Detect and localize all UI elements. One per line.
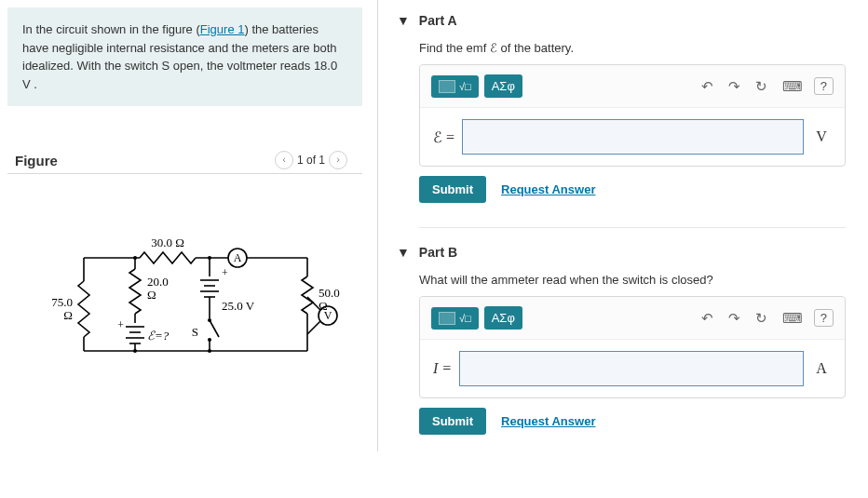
r2-top: 20.0 <box>147 275 169 289</box>
part-b-toolbar: √□ ΑΣφ ↶ ↷ ↻ ⌨ ? <box>420 297 845 340</box>
v-source-label: 25.0 V <box>222 299 255 313</box>
part-b-submit-button[interactable]: Submit <box>419 408 486 435</box>
svg-point-15 <box>208 349 211 353</box>
part-a-title: Part A <box>419 13 457 28</box>
part-a-request-answer[interactable]: Request Answer <box>501 182 595 196</box>
r1-label: 30.0 Ω <box>151 236 184 249</box>
part-a-input[interactable] <box>462 119 804 155</box>
part-a-lhs: ℰ = <box>433 128 454 146</box>
template-button[interactable]: √□ <box>431 75 479 98</box>
r2-bot: Ω <box>147 288 156 302</box>
r3-top: 75.0 <box>51 295 73 309</box>
part-b-question: What will the ammeter read when the swit… <box>397 267 868 296</box>
figure-pager: ‹ 1 of 1 › <box>275 151 347 169</box>
svg-point-12 <box>133 256 137 260</box>
svg-point-14 <box>133 349 137 353</box>
undo-icon[interactable]: ↶ <box>698 76 717 97</box>
redo-icon-b[interactable]: ↷ <box>725 308 744 329</box>
part-a-submit-button[interactable]: Submit <box>419 176 486 203</box>
help-icon-b[interactable]: ? <box>814 309 834 327</box>
part-a-question: Find the emf ℰ of the battery. <box>397 35 868 64</box>
reset-icon[interactable]: ↻ <box>752 76 771 97</box>
figure-counter: 1 of 1 <box>297 154 325 167</box>
greek-button[interactable]: ΑΣφ <box>484 74 522 98</box>
source-plus: + <box>222 266 228 279</box>
part-b-toggle[interactable]: ▼ <box>397 245 410 260</box>
part-a-toolbar: √□ ΑΣφ ↶ ↷ ↻ ⌨ ? <box>420 65 845 108</box>
help-icon[interactable]: ? <box>814 77 834 95</box>
switch-label: S <box>192 325 198 339</box>
keyboard-icon-b[interactable]: ⌨ <box>779 308 807 329</box>
part-a-answer-box: √□ ΑΣφ ↶ ↷ ↻ ⌨ ? ℰ = V <box>419 64 846 167</box>
greek-button-b[interactable]: ΑΣφ <box>484 306 522 330</box>
emf-label: ℰ=? <box>147 329 170 343</box>
keyboard-icon[interactable]: ⌨ <box>779 76 807 97</box>
part-b-lhs: I = <box>433 360 452 377</box>
part-a-toggle[interactable]: ▼ <box>397 13 410 28</box>
prev-figure-button[interactable]: ‹ <box>275 151 293 169</box>
part-b-answer-box: √□ ΑΣφ ↶ ↷ ↻ ⌨ ? I = A <box>419 296 846 398</box>
redo-icon[interactable]: ↷ <box>725 76 744 97</box>
next-figure-button[interactable]: › <box>329 151 347 169</box>
problem-statement: In the circuit shown in the figure (Figu… <box>7 7 362 106</box>
divider <box>419 227 846 228</box>
figure-title: Figure <box>15 153 275 168</box>
template-button-b[interactable]: √□ <box>431 307 479 330</box>
reset-icon-b[interactable]: ↻ <box>752 308 771 329</box>
r4-top: 50.0 <box>319 286 340 300</box>
undo-icon-b[interactable]: ↶ <box>698 308 717 329</box>
r3-bot: Ω <box>63 308 73 322</box>
figure-link[interactable]: Figure 1 <box>200 22 245 36</box>
svg-point-13 <box>208 256 211 260</box>
part-b-request-answer[interactable]: Request Answer <box>501 414 595 428</box>
part-a-unit: V <box>811 128 832 145</box>
figure-header: Figure ‹ 1 of 1 › <box>7 143 362 174</box>
part-b-title: Part B <box>419 245 457 260</box>
part-b-input[interactable] <box>459 351 804 386</box>
part-b-unit: A <box>811 360 832 377</box>
circuit-diagram: .w{stroke:#000;stroke-width:1.6;fill:non… <box>0 174 377 391</box>
emf-plus: + <box>117 318 124 331</box>
ammeter-label: A <box>234 251 242 264</box>
voltmeter-label: V <box>324 309 332 322</box>
problem-text-before: In the circuit shown in the figure ( <box>22 22 200 36</box>
